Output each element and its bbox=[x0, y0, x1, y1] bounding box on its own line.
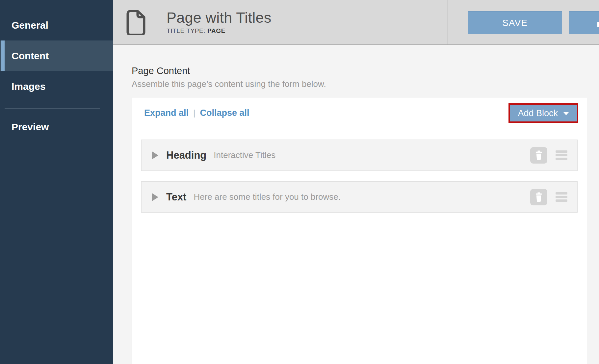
sidebar-item-label: General bbox=[12, 20, 48, 31]
block-list: Heading Interactive Titles bbox=[132, 129, 587, 223]
sidebar-item-content[interactable]: Content bbox=[0, 40, 113, 71]
expand-all-link[interactable]: Expand all bbox=[144, 108, 189, 118]
block-summary: Here are some titles for you to browse. bbox=[194, 192, 341, 202]
sidebar-item-general[interactable]: General bbox=[0, 10, 113, 40]
block-title: Text bbox=[166, 191, 186, 203]
panel-header: Expand all | Collapse all Add Block bbox=[132, 97, 587, 129]
clipped-label-fragment bbox=[597, 22, 599, 27]
trash-button[interactable] bbox=[530, 147, 547, 164]
sidebar-item-images[interactable]: Images bbox=[0, 71, 113, 102]
add-block-button[interactable]: Add Block bbox=[510, 105, 577, 121]
block-title: Heading bbox=[166, 149, 206, 161]
app-window: General Content Images Preview Page with… bbox=[0, 0, 599, 364]
header-title-group: Page with Titles TITLE TYPE: PAGE bbox=[167, 10, 271, 35]
trash-icon bbox=[534, 192, 543, 202]
document-icon bbox=[126, 10, 146, 35]
content-column: Page with Titles TITLE TYPE: PAGE SAVE P… bbox=[113, 0, 599, 364]
sidebar-divider bbox=[5, 108, 100, 109]
main-content: Page Content Assemble this page’s conten… bbox=[113, 45, 599, 364]
links-separator: | bbox=[193, 108, 195, 118]
section-subtitle: Assemble this page’s content using the f… bbox=[132, 79, 587, 89]
chevron-down-icon bbox=[563, 112, 569, 115]
block-row-heading[interactable]: Heading Interactive Titles bbox=[141, 140, 578, 171]
collapse-all-link[interactable]: Collapse all bbox=[200, 108, 249, 118]
page-title: Page with Titles bbox=[167, 10, 271, 26]
secondary-action-button[interactable] bbox=[569, 11, 599, 34]
block-summary: Interactive Titles bbox=[214, 150, 275, 160]
title-type-label: TITLE TYPE: bbox=[167, 27, 205, 34]
drag-handle-icon[interactable] bbox=[556, 192, 567, 202]
drag-handle-icon[interactable] bbox=[556, 150, 567, 160]
add-block-highlight-box: Add Block bbox=[508, 103, 578, 123]
add-block-label: Add Block bbox=[518, 108, 558, 118]
section-title: Page Content bbox=[132, 65, 587, 76]
trash-icon bbox=[534, 150, 543, 160]
sidebar: General Content Images Preview bbox=[0, 0, 113, 364]
sidebar-item-label: Images bbox=[12, 81, 45, 92]
page-header: Page with Titles TITLE TYPE: PAGE SAVE bbox=[113, 0, 599, 45]
title-type-value: PAGE bbox=[207, 27, 225, 34]
expand-collapse-links: Expand all | Collapse all bbox=[144, 108, 249, 118]
caret-right-icon[interactable] bbox=[152, 151, 158, 159]
caret-right-icon[interactable] bbox=[152, 193, 158, 201]
sidebar-item-label: Preview bbox=[12, 121, 49, 133]
block-row-text[interactable]: Text Here are some titles for you to bro… bbox=[141, 181, 578, 213]
sidebar-item-label: Content bbox=[12, 50, 49, 62]
save-button[interactable]: SAVE bbox=[468, 11, 562, 34]
page-content-panel: Expand all | Collapse all Add Block bbox=[132, 97, 587, 364]
sidebar-item-preview[interactable]: Preview bbox=[0, 112, 113, 142]
header-divider bbox=[448, 0, 448, 44]
trash-button[interactable] bbox=[530, 189, 547, 205]
title-type: TITLE TYPE: PAGE bbox=[167, 27, 271, 35]
